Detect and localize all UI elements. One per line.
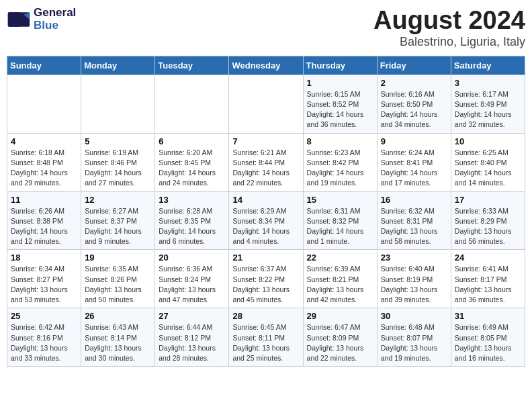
- day-number: 29: [307, 311, 373, 321]
- day-cell: 5Sunrise: 6:19 AM Sunset: 8:46 PM Daylig…: [81, 133, 155, 191]
- day-cell: 13Sunrise: 6:28 AM Sunset: 8:35 PM Dayli…: [155, 191, 229, 250]
- day-detail: Sunrise: 6:41 AM Sunset: 8:17 PM Dayligh…: [455, 264, 521, 305]
- day-cell: 29Sunrise: 6:47 AM Sunset: 8:09 PM Dayli…: [303, 308, 377, 367]
- day-number: 13: [159, 195, 225, 205]
- week-row-4: 18Sunrise: 6:34 AM Sunset: 8:27 PM Dayli…: [7, 250, 525, 308]
- day-cell: 21Sunrise: 6:37 AM Sunset: 8:22 PM Dayli…: [229, 250, 303, 308]
- week-row-5: 25Sunrise: 6:42 AM Sunset: 8:16 PM Dayli…: [7, 308, 525, 367]
- day-detail: Sunrise: 6:48 AM Sunset: 8:07 PM Dayligh…: [381, 322, 447, 363]
- day-cell: 24Sunrise: 6:41 AM Sunset: 8:17 PM Dayli…: [451, 250, 525, 308]
- week-row-2: 4Sunrise: 6:18 AM Sunset: 8:48 PM Daylig…: [7, 133, 525, 191]
- day-detail: Sunrise: 6:26 AM Sunset: 8:38 PM Dayligh…: [11, 206, 77, 247]
- day-detail: Sunrise: 6:21 AM Sunset: 8:44 PM Dayligh…: [232, 148, 299, 189]
- day-cell: 3Sunrise: 6:17 AM Sunset: 8:49 PM Daylig…: [451, 75, 525, 133]
- col-header-saturday: Saturday: [451, 56, 525, 75]
- day-cell: 1Sunrise: 6:15 AM Sunset: 8:52 PM Daylig…: [303, 75, 377, 133]
- day-number: 27: [159, 311, 225, 321]
- day-cell: 27Sunrise: 6:44 AM Sunset: 8:12 PM Dayli…: [155, 308, 229, 367]
- col-header-friday: Friday: [377, 56, 451, 75]
- day-detail: Sunrise: 6:24 AM Sunset: 8:41 PM Dayligh…: [381, 148, 447, 189]
- logo-line2: Blue: [34, 19, 76, 32]
- day-cell: 19Sunrise: 6:35 AM Sunset: 8:26 PM Dayli…: [81, 250, 155, 308]
- day-number: 14: [232, 195, 299, 205]
- day-number: 21: [232, 253, 299, 263]
- day-number: 26: [85, 311, 151, 321]
- day-number: 6: [159, 136, 225, 146]
- day-number: 20: [159, 253, 225, 263]
- day-detail: Sunrise: 6:32 AM Sunset: 8:31 PM Dayligh…: [381, 206, 447, 247]
- col-header-tuesday: Tuesday: [155, 56, 229, 75]
- day-number: 7: [232, 136, 299, 146]
- day-detail: Sunrise: 6:45 AM Sunset: 8:11 PM Dayligh…: [232, 322, 299, 363]
- day-cell: 18Sunrise: 6:34 AM Sunset: 8:27 PM Dayli…: [7, 250, 81, 308]
- day-detail: Sunrise: 6:33 AM Sunset: 8:29 PM Dayligh…: [455, 206, 521, 247]
- day-cell: 16Sunrise: 6:32 AM Sunset: 8:31 PM Dayli…: [377, 191, 451, 250]
- day-cell: 12Sunrise: 6:27 AM Sunset: 8:37 PM Dayli…: [81, 191, 155, 250]
- logo: General Blue: [7, 7, 76, 32]
- svg-rect-2: [8, 12, 20, 27]
- day-detail: Sunrise: 6:36 AM Sunset: 8:24 PM Dayligh…: [159, 264, 225, 305]
- day-cell: [81, 75, 155, 133]
- day-number: 25: [11, 311, 77, 321]
- day-cell: 7Sunrise: 6:21 AM Sunset: 8:44 PM Daylig…: [229, 133, 303, 191]
- day-cell: 9Sunrise: 6:24 AM Sunset: 8:41 PM Daylig…: [377, 133, 451, 191]
- day-number: 30: [381, 311, 447, 321]
- col-header-wednesday: Wednesday: [229, 56, 303, 75]
- day-number: 10: [455, 136, 521, 146]
- day-detail: Sunrise: 6:29 AM Sunset: 8:34 PM Dayligh…: [232, 206, 299, 247]
- day-cell: 6Sunrise: 6:20 AM Sunset: 8:45 PM Daylig…: [155, 133, 229, 191]
- day-number: 22: [307, 253, 373, 263]
- day-cell: [229, 75, 303, 133]
- day-number: 28: [232, 311, 299, 321]
- day-detail: Sunrise: 6:27 AM Sunset: 8:37 PM Dayligh…: [85, 206, 151, 247]
- day-detail: Sunrise: 6:37 AM Sunset: 8:22 PM Dayligh…: [232, 264, 299, 305]
- day-number: 17: [455, 195, 521, 205]
- day-detail: Sunrise: 6:34 AM Sunset: 8:27 PM Dayligh…: [11, 264, 77, 305]
- day-cell: 25Sunrise: 6:42 AM Sunset: 8:16 PM Dayli…: [7, 308, 81, 367]
- day-cell: 17Sunrise: 6:33 AM Sunset: 8:29 PM Dayli…: [451, 191, 525, 250]
- logo-icon: [7, 7, 31, 32]
- day-detail: Sunrise: 6:44 AM Sunset: 8:12 PM Dayligh…: [159, 322, 225, 363]
- day-cell: [7, 75, 81, 133]
- day-number: 5: [85, 136, 151, 146]
- day-detail: Sunrise: 6:31 AM Sunset: 8:32 PM Dayligh…: [307, 206, 373, 247]
- month-title: August 2024: [373, 7, 525, 35]
- day-cell: 8Sunrise: 6:23 AM Sunset: 8:42 PM Daylig…: [303, 133, 377, 191]
- day-cell: 26Sunrise: 6:43 AM Sunset: 8:14 PM Dayli…: [81, 308, 155, 367]
- calendar-table: SundayMondayTuesdayWednesdayThursdayFrid…: [7, 56, 525, 367]
- day-cell: 15Sunrise: 6:31 AM Sunset: 8:32 PM Dayli…: [303, 191, 377, 250]
- day-number: 9: [381, 136, 447, 146]
- day-cell: 2Sunrise: 6:16 AM Sunset: 8:50 PM Daylig…: [377, 75, 451, 133]
- col-header-sunday: Sunday: [7, 56, 81, 75]
- day-detail: Sunrise: 6:40 AM Sunset: 8:19 PM Dayligh…: [381, 264, 447, 305]
- day-detail: Sunrise: 6:47 AM Sunset: 8:09 PM Dayligh…: [307, 322, 373, 363]
- day-cell: 11Sunrise: 6:26 AM Sunset: 8:38 PM Dayli…: [7, 191, 81, 250]
- day-number: 3: [455, 78, 521, 88]
- day-number: 16: [381, 195, 447, 205]
- day-number: 8: [307, 136, 373, 146]
- day-cell: 30Sunrise: 6:48 AM Sunset: 8:07 PM Dayli…: [377, 308, 451, 367]
- day-detail: Sunrise: 6:16 AM Sunset: 8:50 PM Dayligh…: [381, 89, 447, 130]
- day-detail: Sunrise: 6:18 AM Sunset: 8:48 PM Dayligh…: [11, 148, 77, 189]
- day-number: 4: [11, 136, 77, 146]
- day-detail: Sunrise: 6:25 AM Sunset: 8:40 PM Dayligh…: [455, 148, 521, 189]
- day-number: 12: [85, 195, 151, 205]
- day-detail: Sunrise: 6:20 AM Sunset: 8:45 PM Dayligh…: [159, 148, 225, 189]
- day-cell: 14Sunrise: 6:29 AM Sunset: 8:34 PM Dayli…: [229, 191, 303, 250]
- col-header-monday: Monday: [81, 56, 155, 75]
- day-number: 19: [85, 253, 151, 263]
- day-number: 15: [307, 195, 373, 205]
- day-cell: [155, 75, 229, 133]
- day-cell: 22Sunrise: 6:39 AM Sunset: 8:21 PM Dayli…: [303, 250, 377, 308]
- day-number: 31: [455, 311, 521, 321]
- day-cell: 20Sunrise: 6:36 AM Sunset: 8:24 PM Dayli…: [155, 250, 229, 308]
- day-number: 2: [381, 78, 447, 88]
- day-detail: Sunrise: 6:17 AM Sunset: 8:49 PM Dayligh…: [455, 89, 521, 130]
- day-cell: 10Sunrise: 6:25 AM Sunset: 8:40 PM Dayli…: [451, 133, 525, 191]
- day-detail: Sunrise: 6:43 AM Sunset: 8:14 PM Dayligh…: [85, 322, 151, 363]
- day-cell: 31Sunrise: 6:49 AM Sunset: 8:05 PM Dayli…: [451, 308, 525, 367]
- day-number: 24: [455, 253, 521, 263]
- day-cell: 23Sunrise: 6:40 AM Sunset: 8:19 PM Dayli…: [377, 250, 451, 308]
- day-detail: Sunrise: 6:28 AM Sunset: 8:35 PM Dayligh…: [159, 206, 225, 247]
- day-cell: 4Sunrise: 6:18 AM Sunset: 8:48 PM Daylig…: [7, 133, 81, 191]
